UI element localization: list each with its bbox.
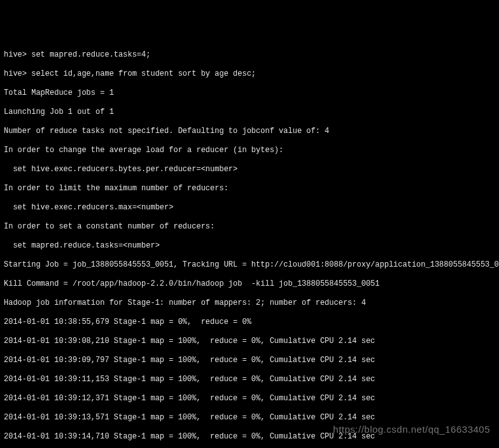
output-line: In order to set a constant number of red…: [4, 222, 495, 232]
progress-line: 2014-01-01 10:39:13,571 Stage-1 map = 10…: [4, 413, 495, 423]
output-line: set hive.exec.reducers.max=<number>: [4, 203, 495, 213]
hive-prompt-line[interactable]: hive> set mapred.reduce.tasks=4;: [4, 50, 495, 60]
progress-line: 2014-01-01 10:39:12,371 Stage-1 map = 10…: [4, 394, 495, 403]
output-line: set hive.exec.reducers.bytes.per.reducer…: [4, 165, 495, 174]
output-line: Kill Command = /root/app/hadoop-2.2.0/bi…: [4, 279, 495, 289]
progress-line: 2014-01-01 10:38:55,679 Stage-1 map = 0%…: [4, 318, 495, 327]
output-line: Launching Job 1 out of 1: [4, 108, 495, 117]
output-line: Number of reduce tasks not specified. De…: [4, 127, 495, 136]
hive-prompt-line[interactable]: hive> select id,age,name from student so…: [4, 69, 495, 79]
progress-line: 2014-01-01 10:39:09,797 Stage-1 map = 10…: [4, 356, 495, 365]
progress-line: 2014-01-01 10:39:11,153 Stage-1 map = 10…: [4, 375, 495, 384]
output-line: Total MapReduce jobs = 1: [4, 88, 495, 98]
output-line: set mapred.reduce.tasks=<number>: [4, 241, 495, 251]
progress-line: 2014-01-01 10:39:08,210 Stage-1 map = 10…: [4, 337, 495, 346]
output-line: In order to limit the maximum number of …: [4, 184, 495, 193]
output-line: Starting Job = job_1388055845553_0051, T…: [4, 260, 495, 270]
terminal-output: hive> set mapred.reduce.tasks=4; hive> s…: [4, 41, 495, 448]
progress-line: 2014-01-01 10:39:14,710 Stage-1 map = 10…: [4, 432, 495, 442]
output-line: Hadoop job information for Stage-1: numb…: [4, 298, 495, 308]
output-line: In order to change the average load for …: [4, 146, 495, 155]
